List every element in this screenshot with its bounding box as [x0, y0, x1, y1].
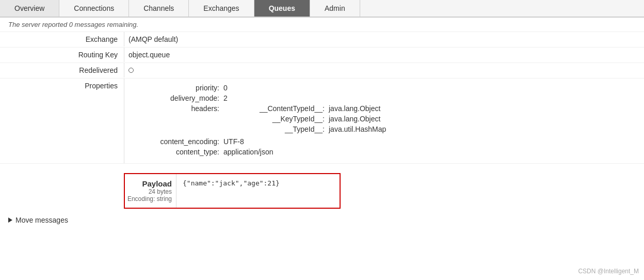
- exchange-row: Exchange (AMQP default): [0, 32, 644, 48]
- routing-key-label: Routing Key: [0, 48, 124, 62]
- prop-content-type-id: __ContentTypeId__: java.lang.Object: [223, 104, 386, 113]
- prop-content-type-key: content_type:: [128, 148, 221, 156]
- routing-key-value: object.queue: [124, 48, 644, 62]
- exchange-label: Exchange: [0, 32, 124, 46]
- payload-bytes: 24 bytes: [149, 188, 172, 195]
- routing-key-row: Routing Key object.queue: [0, 48, 644, 63]
- prop-headers: headers: __ContentTypeId__: java.lang.Ob…: [128, 104, 640, 135]
- prop-content-type-id-key: __ContentTypeId__:: [223, 104, 327, 113]
- redelivered-value: [124, 63, 644, 77]
- nav-bar: Overview Connections Channels Exchanges …: [0, 0, 644, 18]
- exchange-value: (AMQP default): [124, 32, 644, 46]
- tab-connections[interactable]: Connections: [59, 0, 129, 17]
- payload-encoding: Encoding: string: [127, 195, 172, 203]
- watermark: CSDN @Intelligent_M: [578, 268, 639, 275]
- prop-headers-sub: __ContentTypeId__: java.lang.Object __Ke…: [221, 104, 386, 135]
- prop-content-type-id-val: java.lang.Object: [327, 104, 380, 113]
- prop-key-type-id: __KeyTypeId__: java.lang.Object: [223, 115, 386, 123]
- tab-admin[interactable]: Admin: [310, 0, 360, 17]
- tab-queues[interactable]: Queues: [254, 0, 310, 17]
- prop-type-id-val: java.util.HashMap: [327, 125, 386, 133]
- redelivered-icon: [128, 68, 134, 73]
- prop-headers-key: headers:: [128, 104, 221, 113]
- payload-label-area: Payload 24 bytes Encoding: string: [125, 174, 176, 208]
- redelivered-label: Redelivered: [0, 63, 124, 77]
- prop-content-encoding-key: content_encoding:: [128, 137, 221, 146]
- properties-container: priority: 0 delivery_mode: 2 headers: __…: [128, 82, 640, 160]
- redelivered-row: Redelivered: [0, 63, 644, 79]
- prop-type-id-key: __TypeId__:: [223, 125, 327, 133]
- content-area: Exchange (AMQP default) Routing Key obje…: [0, 32, 644, 169]
- tab-channels[interactable]: Channels: [129, 0, 189, 17]
- payload-content: {"name":"jack","age":21}: [176, 174, 340, 208]
- prop-delivery-mode: delivery_mode: 2: [128, 94, 640, 102]
- prop-priority-val: 0: [221, 84, 228, 92]
- payload-label-main: Payload: [142, 179, 172, 188]
- move-triangle-icon: [8, 217, 12, 223]
- properties-label: Properties: [0, 79, 124, 93]
- tab-exchanges[interactable]: Exchanges: [189, 0, 254, 17]
- prop-delivery-mode-key: delivery_mode:: [128, 94, 221, 102]
- move-messages-row[interactable]: Move messages: [0, 213, 644, 226]
- properties-value: priority: 0 delivery_mode: 2 headers: __…: [124, 79, 644, 163]
- prop-content-encoding-val: UTF-8: [221, 137, 244, 146]
- prop-key-type-id-key: __KeyTypeId__:: [223, 115, 327, 123]
- prop-priority-key: priority:: [128, 84, 221, 92]
- prop-content-encoding: content_encoding: UTF-8: [128, 137, 640, 146]
- properties-row: Properties priority: 0 delivery_mode: 2 …: [0, 79, 644, 164]
- prop-content-type: content_type: application/json: [128, 148, 640, 156]
- prop-delivery-mode-val: 2: [221, 94, 228, 102]
- payload-box: Payload 24 bytes Encoding: string {"name…: [124, 173, 341, 209]
- tab-overview[interactable]: Overview: [0, 0, 59, 17]
- prop-key-type-id-val: java.lang.Object: [327, 115, 380, 123]
- banner-text: The server reported 0 messages remaining…: [0, 18, 644, 32]
- move-messages-label: Move messages: [15, 216, 68, 224]
- prop-priority: priority: 0: [128, 84, 640, 92]
- prop-type-id: __TypeId__: java.util.HashMap: [223, 125, 386, 133]
- prop-content-type-val: application/json: [221, 148, 273, 156]
